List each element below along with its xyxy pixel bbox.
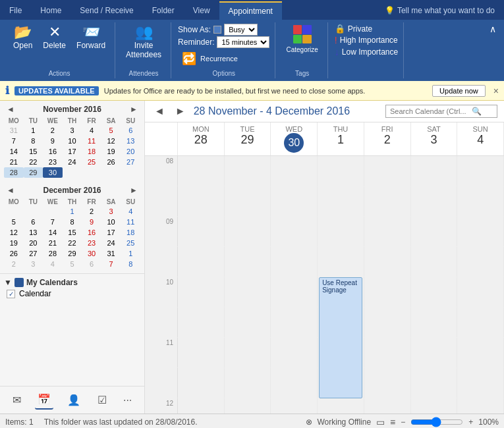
calendar-day[interactable]: 8 xyxy=(63,217,82,227)
calendar-day[interactable]: 14 xyxy=(43,227,63,238)
time-slot[interactable] xyxy=(364,156,411,186)
calendar-day[interactable]: 29 xyxy=(63,248,82,259)
time-slot[interactable] xyxy=(318,398,364,414)
tasks-icon[interactable]: ☑ xyxy=(95,391,109,409)
calendar-icon[interactable]: 📅 xyxy=(35,390,53,410)
people-icon[interactable]: 👤 xyxy=(65,391,83,409)
calendar-day[interactable]: 5 xyxy=(63,259,82,269)
calendar-day[interactable]: 8 xyxy=(24,136,43,146)
calendar-day[interactable]: 7 xyxy=(4,136,24,146)
calendar-day[interactable]: 20 xyxy=(121,146,140,157)
december-next-button[interactable]: ► xyxy=(127,186,140,195)
time-slot[interactable] xyxy=(225,277,271,308)
time-slot[interactable]: Use Repeat Signage xyxy=(318,277,364,308)
time-slot[interactable] xyxy=(318,217,364,247)
calendar-day[interactable]: 1 xyxy=(24,125,43,136)
zoom-minus[interactable]: − xyxy=(401,417,405,427)
time-slot[interactable] xyxy=(225,338,271,368)
tab-folder[interactable]: Folder xyxy=(143,1,184,20)
time-slot[interactable] xyxy=(225,217,271,247)
time-slot[interactable] xyxy=(364,217,411,247)
time-slot[interactable] xyxy=(457,308,504,338)
time-slot[interactable] xyxy=(411,277,458,308)
recurrence-button[interactable]: 🔁 Recurrence xyxy=(178,51,269,66)
calendar-day[interactable]: 7 xyxy=(43,217,63,227)
calendar-day[interactable]: 13 xyxy=(121,136,140,146)
time-slot[interactable] xyxy=(457,277,504,308)
time-slot[interactable] xyxy=(364,186,411,217)
time-slot[interactable] xyxy=(225,368,271,398)
calendar-day[interactable]: 22 xyxy=(24,157,43,167)
time-slot[interactable] xyxy=(411,186,458,217)
time-slot[interactable] xyxy=(178,368,225,398)
time-slot[interactable] xyxy=(457,247,504,277)
calendar-day[interactable]: 4 xyxy=(82,125,101,136)
time-slot[interactable] xyxy=(318,247,364,277)
time-slot[interactable] xyxy=(457,398,504,414)
calendar-day[interactable]: 23 xyxy=(82,238,101,248)
time-slot[interactable] xyxy=(457,156,504,186)
calendar-day[interactable]: 14 xyxy=(4,146,24,157)
time-slot[interactable] xyxy=(271,186,318,217)
time-slot[interactable] xyxy=(271,247,318,277)
time-slot[interactable] xyxy=(271,277,318,308)
calendar-day[interactable]: 13 xyxy=(24,227,43,238)
time-slot[interactable] xyxy=(271,156,318,186)
calendar-day[interactable]: 25 xyxy=(82,157,101,167)
calendar-day[interactable]: 9 xyxy=(43,136,63,146)
mail-icon[interactable]: ✉ xyxy=(10,391,24,409)
high-importance-button[interactable]: ! High Importance xyxy=(335,35,398,45)
more-options-icon[interactable]: ··· xyxy=(121,392,134,409)
calendar-day[interactable]: 11 xyxy=(82,136,101,146)
time-slot[interactable] xyxy=(411,217,458,247)
calendar-day[interactable]: 23 xyxy=(43,157,63,167)
tab-appointment[interactable]: Appointment xyxy=(219,1,282,20)
calendar-day[interactable]: 6 xyxy=(121,125,140,136)
calendar-day[interactable]: 4 xyxy=(43,259,63,269)
my-calendars-header[interactable]: ▼ My Calendars xyxy=(4,278,140,287)
update-now-button[interactable]: Update now xyxy=(432,85,486,97)
time-slot[interactable] xyxy=(364,308,411,338)
update-close-button[interactable]: × xyxy=(493,86,499,96)
calendar-search[interactable]: 🔍 xyxy=(385,105,497,118)
calendar-day[interactable]: 19 xyxy=(4,238,24,248)
calendar-day[interactable]: 22 xyxy=(63,238,82,248)
calendar-day[interactable]: 2 xyxy=(4,259,24,269)
calendar-day[interactable]: 18 xyxy=(82,146,101,157)
private-button[interactable]: 🔒 Private xyxy=(335,24,398,34)
calendar-day[interactable]: 12 xyxy=(101,136,121,146)
calendar-day[interactable]: 24 xyxy=(63,157,82,167)
tab-home[interactable]: Home xyxy=(31,1,70,20)
calendar-day[interactable]: 8 xyxy=(121,259,140,269)
calendar-day[interactable]: 31 xyxy=(4,125,24,136)
time-slot[interactable] xyxy=(364,398,411,414)
calendar-day[interactable]: 20 xyxy=(24,238,43,248)
calendar-day[interactable]: 16 xyxy=(43,146,63,157)
layout-icon-2[interactable]: ≡ xyxy=(390,417,395,427)
time-slot[interactable] xyxy=(318,186,364,217)
time-slot[interactable] xyxy=(271,217,318,247)
time-slot[interactable] xyxy=(271,398,318,414)
reminder-select[interactable]: 15 minutes xyxy=(217,36,269,48)
calendar-day[interactable]: 4 xyxy=(121,206,140,217)
time-slot[interactable] xyxy=(411,308,458,338)
calendar-day[interactable]: 27 xyxy=(121,157,140,167)
calendar-day[interactable]: 28 xyxy=(4,167,24,178)
tab-tell-me[interactable]: 💡 Tell me what you want to do xyxy=(376,1,504,20)
calendar-day[interactable]: 11 xyxy=(121,217,140,227)
calendar-day[interactable]: 10 xyxy=(101,217,121,227)
ribbon-collapse-button[interactable]: ∧ xyxy=(486,22,500,36)
calendar-day[interactable] xyxy=(24,206,43,217)
calendar-day[interactable]: 2 xyxy=(82,206,101,217)
time-slot[interactable] xyxy=(178,308,225,338)
time-slot[interactable] xyxy=(411,368,458,398)
calendar-day[interactable]: 3 xyxy=(24,259,43,269)
time-slot[interactable] xyxy=(225,398,271,414)
calendar-day[interactable]: 25 xyxy=(121,238,140,248)
calendar-day[interactable]: 28 xyxy=(43,248,63,259)
low-importance-button[interactable]: ↓ Low Importance xyxy=(335,47,398,57)
time-slot[interactable] xyxy=(178,277,225,308)
calendar-day[interactable]: 26 xyxy=(4,248,24,259)
calendar-day[interactable]: 17 xyxy=(63,146,82,157)
time-slot[interactable] xyxy=(225,156,271,186)
